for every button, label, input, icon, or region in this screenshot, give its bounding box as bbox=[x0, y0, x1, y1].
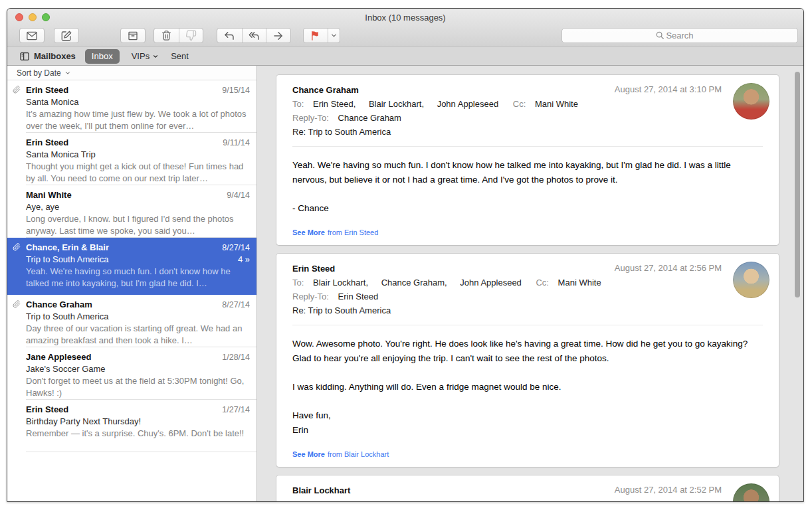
list-item[interactable]: Mani White9/4/14 Aye, aye Long overdue, … bbox=[7, 185, 256, 238]
reply-button[interactable] bbox=[217, 29, 242, 42]
vertical-scrollbar[interactable] bbox=[795, 72, 800, 297]
reply-to-value[interactable]: Erin Steed bbox=[338, 292, 379, 301]
reply-to-label: Reply-To: bbox=[292, 113, 329, 123]
chevron-down-icon bbox=[64, 70, 71, 76]
message-body: Yeah. We're having so much fun. I don't … bbox=[276, 147, 779, 245]
recipient[interactable]: Mani White bbox=[558, 278, 601, 288]
paperclip-icon bbox=[13, 300, 21, 308]
body-paragraph: I was kidding. Anything will do. Even a … bbox=[292, 380, 763, 394]
see-more-link[interactable]: See Morefrom Blair Lockhart bbox=[292, 450, 763, 458]
recipient[interactable]: Mani White bbox=[546, 499, 589, 502]
chevron-down-icon bbox=[330, 32, 338, 39]
body-paragraph: Yeah. We're having so much fun. I don't … bbox=[292, 158, 763, 187]
to-label: To: bbox=[292, 499, 304, 502]
envelope-icon bbox=[26, 30, 38, 42]
get-mail-button[interactable] bbox=[19, 28, 45, 43]
flag-button[interactable] bbox=[304, 29, 328, 42]
list-sender: Erin Steed bbox=[26, 404, 68, 415]
avatar bbox=[733, 262, 769, 298]
see-more-link[interactable]: See Morefrom Erin Steed bbox=[292, 228, 763, 236]
archive-button[interactable] bbox=[120, 28, 146, 43]
see-more-from: from Blair Lockhart bbox=[328, 450, 389, 458]
tab-vips[interactable]: VIPs bbox=[132, 51, 159, 61]
list-subject: Santa Monica Trip bbox=[26, 149, 96, 160]
list-date: 1/27/14 bbox=[222, 404, 250, 416]
list-subject: Trip to South America bbox=[26, 254, 109, 265]
recipient[interactable]: Erin Steed, bbox=[490, 499, 532, 502]
list-subject: Jake's Soccer Game bbox=[26, 363, 106, 375]
signature-line: Erin bbox=[292, 423, 763, 438]
list-date: 8/27/14 bbox=[222, 242, 250, 254]
list-subject: Trip to South America bbox=[26, 311, 109, 322]
list-sender: Chance, Erin & Blair bbox=[26, 242, 109, 253]
cc-label: Cc: bbox=[536, 278, 549, 288]
mailboxes-button[interactable]: Mailboxes bbox=[19, 51, 76, 62]
trash-icon bbox=[161, 30, 172, 41]
tab-sent[interactable]: Sent bbox=[171, 51, 189, 61]
forward-button[interactable] bbox=[266, 29, 290, 42]
list-preview: Long overdue, I know. but I figured I'd … bbox=[26, 213, 250, 236]
mail-window: Inbox (10 messages) bbox=[7, 8, 804, 502]
thumbs-down-icon bbox=[185, 30, 197, 41]
see-more-label: See More bbox=[292, 450, 325, 458]
list-date: 8/27/14 bbox=[222, 299, 250, 311]
trash-button[interactable] bbox=[154, 29, 179, 42]
message-date: August 27, 2014 at 2:52 PM bbox=[615, 485, 722, 495]
list-date: 1/28/14 bbox=[222, 352, 250, 363]
flag-group bbox=[303, 28, 340, 43]
recipient[interactable]: John Appleseed bbox=[460, 278, 522, 288]
message-body: Wow. Awesome photo. You're right. He doe… bbox=[276, 325, 779, 467]
recipient[interactable]: Blair Lockhart, bbox=[369, 99, 424, 109]
reply-to-value[interactable]: Chance Graham bbox=[338, 113, 401, 123]
avatar bbox=[733, 83, 769, 120]
row-divider bbox=[26, 452, 256, 452]
list-item[interactable]: Erin Steed1/27/14 Birthday Party Next Th… bbox=[7, 400, 256, 452]
recipient[interactable]: John Appleseed bbox=[437, 99, 499, 109]
sort-by-date-control[interactable]: Sort by Date bbox=[7, 66, 256, 80]
body-paragraph: Wow. Awesome photo. You're right. He doe… bbox=[292, 337, 763, 366]
compose-icon bbox=[60, 30, 72, 42]
recipient[interactable]: Erin Steed, bbox=[313, 99, 355, 109]
list-date: 9/15/14 bbox=[222, 85, 250, 96]
list-item[interactable]: Chance Graham8/27/14 Trip to South Ameri… bbox=[7, 295, 256, 347]
see-more-from: from Erin Steed bbox=[328, 228, 378, 236]
list-item-selected[interactable]: Chance, Erin & Blair8/27/14 Trip to Sout… bbox=[7, 238, 256, 295]
list-item[interactable]: Jane Appleseed1/28/14 Jake's Soccer Game… bbox=[7, 347, 256, 400]
main-content: Sort by Date Erin Steed9/15/14 Santa Mon… bbox=[7, 66, 803, 502]
tab-inbox[interactable]: Inbox bbox=[85, 49, 120, 64]
list-sender: Chance Graham bbox=[26, 299, 92, 310]
flag-icon bbox=[310, 30, 321, 41]
recipient[interactable]: Blair Lockhart, bbox=[313, 278, 368, 288]
list-sender: Erin Steed bbox=[26, 137, 68, 148]
avatar bbox=[733, 483, 769, 502]
reply-all-icon bbox=[248, 30, 260, 42]
junk-button[interactable] bbox=[179, 29, 203, 42]
titlebar-toolbar: Inbox (10 messages) bbox=[7, 9, 803, 47]
recipient[interactable]: Chance Graham, bbox=[313, 499, 379, 502]
favorites-bar: Mailboxes Inbox VIPs Sent bbox=[7, 47, 803, 66]
message-card: Erin Steed August 27, 2014 at 2:56 PM To… bbox=[276, 254, 779, 467]
window-title: Inbox (10 messages) bbox=[7, 13, 803, 23]
flag-menu-button[interactable] bbox=[328, 29, 340, 42]
list-item[interactable]: Erin Steed9/11/14 Santa Monica Trip Thou… bbox=[7, 133, 256, 185]
search-input[interactable] bbox=[561, 28, 798, 43]
list-sender: Erin Steed bbox=[26, 84, 68, 96]
reply-all-button[interactable] bbox=[242, 29, 266, 42]
list-item[interactable]: Erin Steed9/15/14 Santa Monica It's amaz… bbox=[7, 80, 256, 133]
recipient[interactable]: Chance Graham, bbox=[381, 278, 447, 288]
cc-label: Cc: bbox=[468, 499, 481, 502]
list-subject: Santa Monica bbox=[26, 96, 79, 108]
chevron-down-icon bbox=[152, 53, 159, 60]
list-preview: Day three of our vacation is starting of… bbox=[26, 323, 250, 346]
to-label: To: bbox=[292, 99, 304, 109]
list-date: 9/11/14 bbox=[223, 137, 250, 149]
reply-to-label: Reply-To: bbox=[292, 292, 329, 301]
forward-icon bbox=[272, 30, 284, 42]
compose-button[interactable] bbox=[54, 28, 79, 43]
recipient[interactable]: Mani White bbox=[535, 99, 578, 109]
thread-count-badge[interactable]: 4 » bbox=[238, 254, 250, 265]
recipient[interactable]: John Appleseed bbox=[392, 499, 454, 502]
archive-icon bbox=[127, 30, 139, 42]
message-card: Blair Lockhart August 27, 2014 at 2:52 P… bbox=[276, 475, 779, 502]
paperclip-icon bbox=[13, 243, 21, 251]
